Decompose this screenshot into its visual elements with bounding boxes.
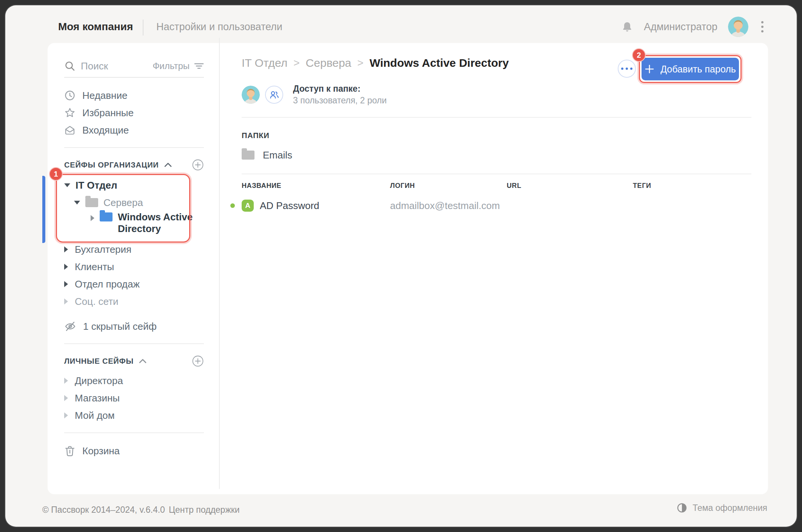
search-icon [64,60,76,72]
folder-access: Доступ к папке: 3 пользователя, 2 роли [242,84,387,106]
eye-off-icon [64,320,76,332]
column-tags: ТЕГИ [633,182,751,190]
personal-vaults-title: ЛИЧНЫЕ СЕЙФЫ [64,357,134,366]
sidebar-vault-accounting[interactable]: Бухгалтерия [64,241,204,258]
chevron-up-icon[interactable] [139,359,147,363]
breadcrumb-servera[interactable]: Сервера [306,57,352,69]
user-name: Администратор [644,21,717,33]
breadcrumb-separator: > [293,57,299,69]
clock-icon [64,90,76,101]
breadcrumb-it-otdel[interactable]: IT Отдел [242,57,287,69]
star-icon [64,107,76,118]
plus-icon [645,64,654,74]
collapse-triangle-icon[interactable] [64,183,70,187]
add-password-button[interactable]: Добавить пароль [642,58,739,80]
sidebar-item-trash[interactable]: Корзина [64,442,204,460]
search-underline [64,77,204,78]
selected-vault-indicator [42,176,45,243]
collapse-triangle-icon[interactable] [74,201,80,204]
search-input[interactable] [81,60,147,72]
trash-icon [64,445,76,457]
page-title: Windows Active Directory [370,57,509,69]
access-details: 3 пользователя, 2 роли [293,95,387,106]
sidebar-item-favorites[interactable]: Избранные [64,104,204,121]
password-login: admailbox@testmail.com [390,200,507,212]
sidebar-vault-my-home[interactable]: Мой дом [64,407,204,424]
password-letter-badge: A [242,200,254,212]
tree-item-it-otdel[interactable]: IT Отдел [64,177,204,194]
folder-icon [242,151,254,160]
hidden-vaults-link[interactable]: 1 скрытый сейф [64,318,204,335]
add-vault-icon[interactable] [192,159,204,171]
header-menu-icon[interactable] [759,19,766,35]
password-name: AD Password [260,200,319,212]
access-user-avatar[interactable] [242,86,260,104]
sidebar-divider [64,147,204,148]
tree-item-servera[interactable]: Сервера [64,194,204,211]
sidebar-item-inbox[interactable]: Входящие [64,121,204,139]
content-divider [242,117,751,118]
annotation-badge-step-1: 1 [49,167,63,181]
sidebar-item-recent[interactable]: Недавние [64,87,204,104]
access-title: Доступ к папке: [293,84,387,94]
access-users-button[interactable] [265,86,283,104]
annotation-badge-step-2: 2 [632,48,646,62]
users-icon [269,89,279,100]
user-avatar[interactable] [728,17,748,37]
sidebar-vault-directors[interactable]: Директора [64,372,204,389]
copyright-text: © Пассворк 2014–2024, v.6.4.0 [42,505,165,515]
password-name-cell: A AD Password [242,200,390,212]
vault-tree: IT Отдел Сервера Windows Active Director… [64,177,204,235]
column-login: ЛОГИН [390,182,507,190]
screen: Моя компания Настройки и пользователи Ад… [0,0,802,532]
status-dot [230,203,235,208]
sidebar-vault-clients[interactable]: Клиенты [64,258,204,275]
expand-triangle-icon[interactable] [64,412,68,418]
org-vaults-title: СЕЙФЫ ОРГАНИЗАЦИИ [64,161,159,169]
passwords-table-header: НАЗВАНИЕ ЛОГИН URL ТЕГИ [242,182,751,190]
theme-toggle[interactable]: Тема оформления [677,503,767,513]
personal-vaults-header: ЛИЧНЫЕ СЕЙФЫ [64,355,204,367]
expand-triangle-icon[interactable] [64,264,68,270]
sidebar-divider [64,343,204,344]
header-divider [143,20,143,35]
folder-icon [85,198,98,207]
quick-links: Недавние Избранные Входящие [64,87,204,139]
more-actions-button[interactable] [618,60,636,78]
content-divider [242,174,751,174]
org-vault-list: Бухгалтерия Клиенты Отдел продаж Соц. се… [64,241,204,310]
org-vaults-header: СЕЙФЫ ОРГАНИЗАЦИИ [64,158,204,171]
support-center-link[interactable]: Центр поддержки [169,505,240,515]
bell-icon[interactable] [621,21,633,33]
expand-triangle-icon[interactable] [64,395,68,401]
expand-triangle-icon[interactable] [91,215,94,221]
add-vault-icon[interactable] [192,355,204,367]
filters-button[interactable]: Фильтры [153,61,204,71]
expand-triangle-icon[interactable] [64,281,68,287]
expand-triangle-icon[interactable] [64,246,68,252]
breadcrumb-separator: > [357,57,363,69]
sidebar-vault-sales[interactable]: Отдел продаж [64,275,204,293]
chevron-up-icon[interactable] [164,163,172,167]
main-panel: IT Отдел > Сервера > Windows Active Dire… [219,38,763,489]
sidebar: Фильтры Недавние Изб [42,38,219,489]
folder-item-emails[interactable]: Emails [242,145,292,165]
access-text: Доступ к папке: 3 пользователя, 2 роли [293,84,387,106]
search-row: Фильтры [64,57,204,75]
inbox-icon [64,125,76,136]
password-row-ad-password[interactable]: A AD Password admailbox@testmail.com [242,194,751,217]
tree-item-windows-active-directory[interactable]: Windows Active Directory [64,211,204,235]
sidebar-vault-shops[interactable]: Магазины [64,389,204,407]
folder-blue-icon [100,212,113,221]
column-url: URL [507,182,633,190]
sidebar-vault-social[interactable]: Соц. сети [64,293,204,310]
breadcrumb: IT Отдел > Сервера > Windows Active Dire… [242,57,509,69]
folders-section-title: ПАПКИ [242,131,270,140]
theme-icon [677,503,687,513]
column-name: НАЗВАНИЕ [242,182,390,190]
sidebar-divider [64,432,204,433]
filter-icon [194,62,204,70]
expand-triangle-icon[interactable] [64,378,68,384]
expand-triangle-icon[interactable] [64,298,68,304]
personal-vault-list: Директора Магазины Мой дом [64,372,204,424]
